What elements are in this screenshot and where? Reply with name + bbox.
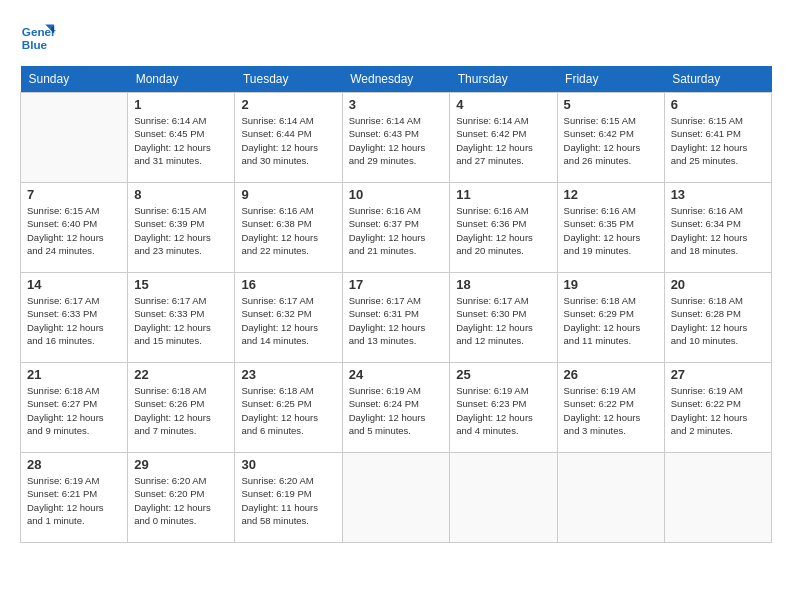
day-info: Sunrise: 6:17 AM Sunset: 6:33 PM Dayligh… [27, 294, 121, 347]
calendar-week-3: 14Sunrise: 6:17 AM Sunset: 6:33 PM Dayli… [21, 273, 772, 363]
day-number: 23 [241, 367, 335, 382]
day-number: 8 [134, 187, 228, 202]
day-info: Sunrise: 6:18 AM Sunset: 6:29 PM Dayligh… [564, 294, 658, 347]
day-info: Sunrise: 6:15 AM Sunset: 6:42 PM Dayligh… [564, 114, 658, 167]
calendar-cell: 26Sunrise: 6:19 AM Sunset: 6:22 PM Dayli… [557, 363, 664, 453]
calendar-cell: 11Sunrise: 6:16 AM Sunset: 6:36 PM Dayli… [450, 183, 557, 273]
day-number: 26 [564, 367, 658, 382]
day-number: 12 [564, 187, 658, 202]
calendar-cell: 28Sunrise: 6:19 AM Sunset: 6:21 PM Dayli… [21, 453, 128, 543]
day-number: 19 [564, 277, 658, 292]
day-number: 11 [456, 187, 550, 202]
day-number: 16 [241, 277, 335, 292]
day-info: Sunrise: 6:16 AM Sunset: 6:37 PM Dayligh… [349, 204, 444, 257]
day-info: Sunrise: 6:15 AM Sunset: 6:41 PM Dayligh… [671, 114, 765, 167]
weekday-header-thursday: Thursday [450, 66, 557, 93]
page-header: General Blue [20, 20, 772, 56]
day-info: Sunrise: 6:19 AM Sunset: 6:24 PM Dayligh… [349, 384, 444, 437]
weekday-header-monday: Monday [128, 66, 235, 93]
calendar-cell: 22Sunrise: 6:18 AM Sunset: 6:26 PM Dayli… [128, 363, 235, 453]
day-number: 5 [564, 97, 658, 112]
day-number: 13 [671, 187, 765, 202]
calendar-cell: 29Sunrise: 6:20 AM Sunset: 6:20 PM Dayli… [128, 453, 235, 543]
weekday-header-tuesday: Tuesday [235, 66, 342, 93]
calendar-cell: 15Sunrise: 6:17 AM Sunset: 6:33 PM Dayli… [128, 273, 235, 363]
day-number: 24 [349, 367, 444, 382]
day-number: 3 [349, 97, 444, 112]
weekday-header-sunday: Sunday [21, 66, 128, 93]
day-number: 25 [456, 367, 550, 382]
calendar-cell [21, 93, 128, 183]
day-number: 7 [27, 187, 121, 202]
day-info: Sunrise: 6:15 AM Sunset: 6:39 PM Dayligh… [134, 204, 228, 257]
calendar-week-2: 7Sunrise: 6:15 AM Sunset: 6:40 PM Daylig… [21, 183, 772, 273]
calendar-cell [450, 453, 557, 543]
calendar-cell: 12Sunrise: 6:16 AM Sunset: 6:35 PM Dayli… [557, 183, 664, 273]
calendar-header-row: SundayMondayTuesdayWednesdayThursdayFrid… [21, 66, 772, 93]
day-number: 17 [349, 277, 444, 292]
calendar-cell: 3Sunrise: 6:14 AM Sunset: 6:43 PM Daylig… [342, 93, 450, 183]
calendar-cell: 7Sunrise: 6:15 AM Sunset: 6:40 PM Daylig… [21, 183, 128, 273]
day-number: 29 [134, 457, 228, 472]
day-number: 28 [27, 457, 121, 472]
day-info: Sunrise: 6:19 AM Sunset: 6:22 PM Dayligh… [564, 384, 658, 437]
day-number: 9 [241, 187, 335, 202]
calendar-cell: 19Sunrise: 6:18 AM Sunset: 6:29 PM Dayli… [557, 273, 664, 363]
calendar-cell: 9Sunrise: 6:16 AM Sunset: 6:38 PM Daylig… [235, 183, 342, 273]
calendar-week-1: 1Sunrise: 6:14 AM Sunset: 6:45 PM Daylig… [21, 93, 772, 183]
calendar-cell: 14Sunrise: 6:17 AM Sunset: 6:33 PM Dayli… [21, 273, 128, 363]
calendar-cell: 8Sunrise: 6:15 AM Sunset: 6:39 PM Daylig… [128, 183, 235, 273]
calendar-cell: 23Sunrise: 6:18 AM Sunset: 6:25 PM Dayli… [235, 363, 342, 453]
calendar-cell [557, 453, 664, 543]
day-number: 14 [27, 277, 121, 292]
day-info: Sunrise: 6:19 AM Sunset: 6:22 PM Dayligh… [671, 384, 765, 437]
day-number: 20 [671, 277, 765, 292]
weekday-header-saturday: Saturday [664, 66, 771, 93]
day-info: Sunrise: 6:20 AM Sunset: 6:19 PM Dayligh… [241, 474, 335, 527]
calendar-cell: 25Sunrise: 6:19 AM Sunset: 6:23 PM Dayli… [450, 363, 557, 453]
calendar-cell: 2Sunrise: 6:14 AM Sunset: 6:44 PM Daylig… [235, 93, 342, 183]
day-info: Sunrise: 6:16 AM Sunset: 6:35 PM Dayligh… [564, 204, 658, 257]
calendar-cell: 21Sunrise: 6:18 AM Sunset: 6:27 PM Dayli… [21, 363, 128, 453]
day-info: Sunrise: 6:18 AM Sunset: 6:25 PM Dayligh… [241, 384, 335, 437]
day-number: 6 [671, 97, 765, 112]
logo: General Blue [20, 20, 60, 56]
day-number: 15 [134, 277, 228, 292]
calendar-cell: 18Sunrise: 6:17 AM Sunset: 6:30 PM Dayli… [450, 273, 557, 363]
day-number: 4 [456, 97, 550, 112]
calendar-cell: 20Sunrise: 6:18 AM Sunset: 6:28 PM Dayli… [664, 273, 771, 363]
day-info: Sunrise: 6:20 AM Sunset: 6:20 PM Dayligh… [134, 474, 228, 527]
day-info: Sunrise: 6:16 AM Sunset: 6:36 PM Dayligh… [456, 204, 550, 257]
calendar-cell: 17Sunrise: 6:17 AM Sunset: 6:31 PM Dayli… [342, 273, 450, 363]
calendar-cell: 16Sunrise: 6:17 AM Sunset: 6:32 PM Dayli… [235, 273, 342, 363]
weekday-header-friday: Friday [557, 66, 664, 93]
calendar-cell: 24Sunrise: 6:19 AM Sunset: 6:24 PM Dayli… [342, 363, 450, 453]
day-info: Sunrise: 6:16 AM Sunset: 6:34 PM Dayligh… [671, 204, 765, 257]
day-info: Sunrise: 6:14 AM Sunset: 6:45 PM Dayligh… [134, 114, 228, 167]
calendar-cell: 4Sunrise: 6:14 AM Sunset: 6:42 PM Daylig… [450, 93, 557, 183]
day-info: Sunrise: 6:14 AM Sunset: 6:44 PM Dayligh… [241, 114, 335, 167]
svg-text:Blue: Blue [22, 38, 48, 51]
day-info: Sunrise: 6:18 AM Sunset: 6:28 PM Dayligh… [671, 294, 765, 347]
day-number: 30 [241, 457, 335, 472]
day-number: 10 [349, 187, 444, 202]
day-info: Sunrise: 6:19 AM Sunset: 6:21 PM Dayligh… [27, 474, 121, 527]
day-number: 27 [671, 367, 765, 382]
logo-icon: General Blue [20, 20, 56, 56]
calendar-cell: 5Sunrise: 6:15 AM Sunset: 6:42 PM Daylig… [557, 93, 664, 183]
calendar-cell: 30Sunrise: 6:20 AM Sunset: 6:19 PM Dayli… [235, 453, 342, 543]
day-info: Sunrise: 6:15 AM Sunset: 6:40 PM Dayligh… [27, 204, 121, 257]
calendar-cell: 27Sunrise: 6:19 AM Sunset: 6:22 PM Dayli… [664, 363, 771, 453]
day-number: 22 [134, 367, 228, 382]
day-info: Sunrise: 6:19 AM Sunset: 6:23 PM Dayligh… [456, 384, 550, 437]
day-info: Sunrise: 6:17 AM Sunset: 6:31 PM Dayligh… [349, 294, 444, 347]
calendar-table: SundayMondayTuesdayWednesdayThursdayFrid… [20, 66, 772, 543]
calendar-cell: 6Sunrise: 6:15 AM Sunset: 6:41 PM Daylig… [664, 93, 771, 183]
day-info: Sunrise: 6:17 AM Sunset: 6:33 PM Dayligh… [134, 294, 228, 347]
day-info: Sunrise: 6:17 AM Sunset: 6:32 PM Dayligh… [241, 294, 335, 347]
calendar-week-5: 28Sunrise: 6:19 AM Sunset: 6:21 PM Dayli… [21, 453, 772, 543]
weekday-header-wednesday: Wednesday [342, 66, 450, 93]
day-info: Sunrise: 6:16 AM Sunset: 6:38 PM Dayligh… [241, 204, 335, 257]
day-info: Sunrise: 6:18 AM Sunset: 6:26 PM Dayligh… [134, 384, 228, 437]
day-info: Sunrise: 6:14 AM Sunset: 6:42 PM Dayligh… [456, 114, 550, 167]
